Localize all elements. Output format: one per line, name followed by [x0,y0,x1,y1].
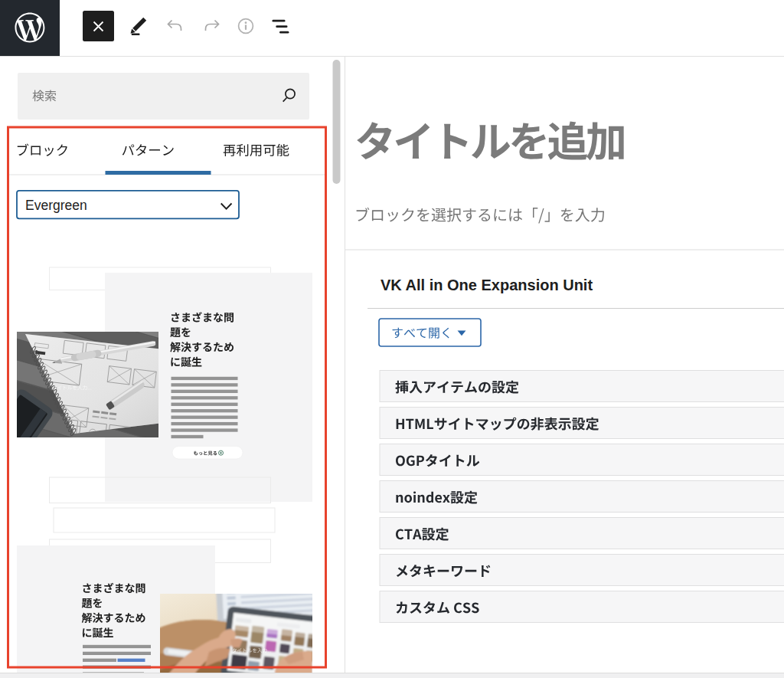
svg-text:VK All in One Expansion Unit: VK All in One Expansion Unit [381,277,593,293]
svg-text:Evergreen: Evergreen [25,198,87,213]
